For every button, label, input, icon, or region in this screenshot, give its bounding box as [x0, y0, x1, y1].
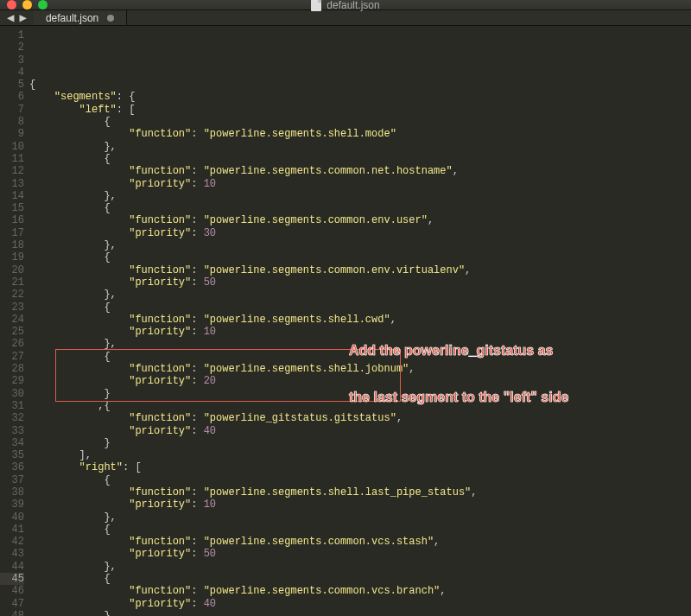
code-line[interactable]: {: [29, 351, 691, 363]
line-number: 2: [0, 41, 24, 54]
code-line[interactable]: "function": "powerline_gitstatus.gitstat…: [29, 412, 691, 424]
code-line[interactable]: {: [29, 116, 691, 128]
code-line[interactable]: ,{: [29, 400, 691, 412]
line-number: 25: [0, 326, 24, 338]
code-line[interactable]: "priority": 50: [29, 548, 691, 560]
code-line[interactable]: "function": "powerline.segments.shell.la…: [29, 486, 691, 499]
code-line[interactable]: "function": "powerline.segments.common.n…: [29, 165, 691, 177]
modified-indicator-icon: [107, 15, 114, 22]
line-number: 7: [0, 104, 24, 116]
code-line[interactable]: {: [29, 79, 691, 91]
line-number: 45: [0, 573, 24, 585]
line-number: 26: [0, 338, 24, 350]
code-line[interactable]: "priority": 10: [29, 326, 691, 338]
minimize-icon[interactable]: [22, 0, 32, 10]
line-number: 37: [0, 474, 24, 486]
code-line[interactable]: "function": "powerline.segments.common.e…: [29, 264, 691, 276]
line-number: 39: [0, 499, 24, 511]
code-line[interactable]: {: [29, 202, 691, 214]
line-number: 11: [0, 153, 24, 165]
line-number: 24: [0, 314, 24, 326]
line-number: 40: [0, 511, 24, 524]
line-number: 10: [0, 141, 24, 153]
line-number: 23: [0, 302, 24, 314]
close-icon[interactable]: [7, 0, 16, 10]
code-line[interactable]: "left": [: [29, 104, 691, 116]
code-line[interactable]: "function": "powerline.segments.shell.jo…: [29, 363, 691, 375]
line-number: 1: [0, 29, 24, 41]
code-line[interactable]: "priority": 40: [29, 598, 691, 610]
line-number: 18: [0, 239, 24, 251]
line-number: 48: [0, 610, 24, 616]
code-line[interactable]: },: [29, 190, 691, 202]
code-line[interactable]: }: [29, 437, 691, 449]
code-line[interactable]: {: [29, 573, 691, 585]
line-number: 14: [0, 190, 24, 202]
window-controls: [7, 0, 48, 10]
code-line[interactable]: "right": [: [29, 461, 691, 473]
line-number: 34: [0, 437, 24, 449]
line-number: 21: [0, 276, 24, 289]
code-line[interactable]: "function": "powerline.segments.common.v…: [29, 536, 691, 548]
line-number: 22: [0, 289, 24, 301]
line-number: 17: [0, 227, 24, 239]
line-number: 5: [0, 79, 24, 91]
editor-window: default.json ◀ ▶ default.json 1234567891…: [0, 0, 691, 616]
code-content[interactable]: Add the powerline_gitstatus as the last …: [29, 26, 691, 616]
code-line[interactable]: }: [29, 388, 691, 400]
code-line[interactable]: {: [29, 302, 691, 314]
nav-back-icon[interactable]: ◀: [7, 10, 14, 25]
code-line[interactable]: {: [29, 251, 691, 264]
zoom-icon[interactable]: [38, 0, 48, 10]
line-number: 27: [0, 351, 24, 363]
line-number: 8: [0, 116, 24, 128]
code-line[interactable]: },: [29, 338, 691, 350]
code-line[interactable]: "function": "powerline.segments.common.v…: [29, 585, 691, 597]
line-number: 6: [0, 91, 24, 103]
line-number: 41: [0, 524, 24, 536]
line-number: 3: [0, 54, 24, 67]
line-number: 4: [0, 67, 24, 79]
code-line[interactable]: },: [29, 561, 691, 573]
code-line[interactable]: "priority": 30: [29, 227, 691, 239]
line-number: 35: [0, 449, 24, 461]
code-line[interactable]: "function": "powerline.segments.common.e…: [29, 214, 691, 226]
titlebar: default.json: [0, 0, 691, 10]
editor-area: 1234567891011121314151617181920212223242…: [0, 26, 691, 616]
line-number: 44: [0, 561, 24, 573]
code-line[interactable]: "priority": 10: [29, 499, 691, 511]
code-line[interactable]: "priority": 10: [29, 178, 691, 190]
line-number: 15: [0, 202, 24, 214]
code-line[interactable]: {: [29, 153, 691, 165]
code-line[interactable]: },: [29, 141, 691, 153]
tab-default-json[interactable]: default.json: [34, 10, 127, 25]
code-line[interactable]: "priority": 20: [29, 375, 691, 387]
code-line[interactable]: ],: [29, 449, 691, 461]
code-line[interactable]: },: [29, 289, 691, 301]
line-number: 42: [0, 536, 24, 548]
code-line[interactable]: "priority": 50: [29, 276, 691, 289]
code-line[interactable]: "function": "powerline.segments.shell.mo…: [29, 128, 691, 140]
line-number: 43: [0, 548, 24, 560]
code-line[interactable]: {: [29, 524, 691, 536]
line-number: 9: [0, 128, 24, 140]
window-title-text: default.json: [326, 0, 379, 11]
line-number: 30: [0, 388, 24, 400]
line-number: 36: [0, 461, 24, 473]
line-number: 29: [0, 375, 24, 387]
code-line[interactable]: "priority": 40: [29, 425, 691, 437]
line-number-gutter: 1234567891011121314151617181920212223242…: [0, 26, 29, 616]
code-line[interactable]: }: [29, 610, 691, 616]
code-line[interactable]: "segments": {: [29, 91, 691, 103]
file-icon: [311, 0, 321, 11]
window-title: default.json: [0, 0, 691, 11]
line-number: 47: [0, 598, 24, 610]
code-line[interactable]: },: [29, 511, 691, 524]
nav-forward-icon[interactable]: ▶: [19, 10, 26, 25]
code-line[interactable]: {: [29, 474, 691, 486]
code-line[interactable]: },: [29, 239, 691, 251]
toolbar: ◀ ▶ default.json: [0, 10, 691, 26]
code-line[interactable]: "function": "powerline.segments.shell.cw…: [29, 314, 691, 326]
tab-label: default.json: [46, 12, 98, 24]
line-number: 20: [0, 264, 24, 276]
